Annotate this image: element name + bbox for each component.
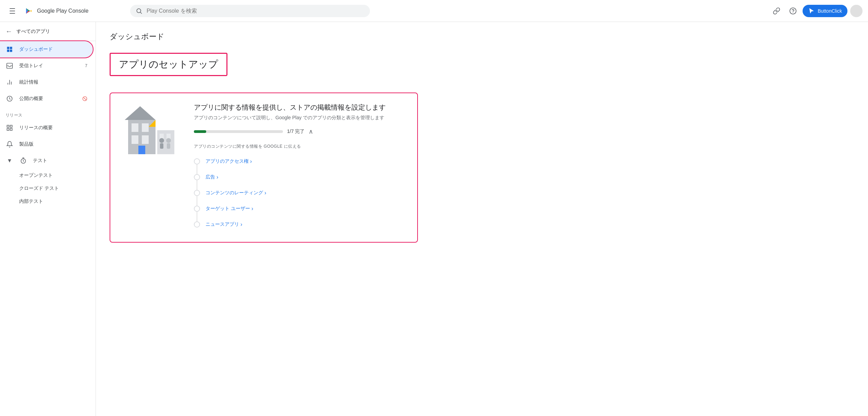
header: Google Play Console Butto — [0, 0, 868, 22]
checklist: アプリのアクセス権 › 広告 › — [194, 154, 406, 232]
search-bar — [130, 5, 370, 17]
target-link[interactable]: ターゲット ユーザー › — [206, 206, 253, 212]
release-overview-label: リリースの概要 — [19, 125, 53, 131]
cursor-icon — [808, 8, 815, 14]
checklist-item-rating: コンテンツのレーティング › — [194, 185, 406, 201]
sidebar-subitem-open-test[interactable]: オープンテスト — [0, 169, 96, 182]
svg-rect-26 — [160, 143, 163, 149]
logo-area: Google Play Console — [23, 5, 88, 16]
back-label: すべてのアプリ — [16, 28, 50, 35]
back-arrow-icon: ← — [5, 27, 12, 35]
section-label: アプリのコンテンツに関する情報を GOOGLE に伝える — [194, 144, 406, 149]
svg-rect-11 — [7, 129, 9, 131]
logo-icon — [23, 5, 34, 16]
checklist-item-target: ターゲット ユーザー › — [194, 201, 406, 217]
setup-main-title: アプリに関する情報を提供し、ストアの掲載情報を設定します — [194, 103, 406, 112]
sidebar-item-statistics[interactable]: 統計情報 — [0, 74, 93, 90]
svg-rect-18 — [142, 135, 149, 144]
link-icon — [773, 7, 780, 15]
statistics-label: 統計情報 — [19, 79, 38, 85]
ads-link[interactable]: 広告 › — [206, 174, 218, 180]
progress-bar-fill — [194, 130, 206, 133]
svg-marker-20 — [125, 106, 156, 120]
publish-overview-badge: 🚫 — [82, 96, 87, 101]
grid-icon — [5, 124, 14, 132]
dashboard-label: ダッシュボード — [19, 46, 53, 52]
checklist-item-access: アプリのアクセス権 › — [194, 154, 406, 169]
checklist-dot-target — [194, 206, 200, 212]
back-to-all-apps[interactable]: ← すべてのアプリ — [0, 22, 96, 41]
sidebar-item-dashboard[interactable]: ダッシュボード — [0, 41, 93, 58]
hamburger-icon — [8, 7, 16, 15]
checklist-item-news: ニュースアプリ › — [194, 217, 406, 232]
dashboard-icon — [5, 45, 14, 53]
svg-rect-24 — [166, 134, 171, 139]
sidebar-item-production[interactable]: 製品版 — [0, 136, 93, 152]
svg-rect-15 — [132, 123, 138, 132]
internal-test-label: 内部テスト — [19, 198, 43, 205]
news-link[interactable]: ニュースアプリ › — [206, 221, 242, 228]
progress-text: 1/7 完了 — [287, 129, 305, 135]
target-label: ターゲット ユーザー — [206, 206, 250, 212]
sidebar-item-test[interactable]: ▼ テスト — [0, 152, 93, 169]
setup-card: アプリに関する情報を提供し、ストアの掲載情報を設定します アプリのコンテンツにつ… — [110, 93, 418, 243]
page-title: ダッシュボード — [110, 32, 854, 42]
checklist-item-ads: 広告 › — [194, 169, 406, 185]
checklist-dot-access — [194, 158, 200, 164]
release-section-label: リリース — [0, 107, 96, 120]
link-button[interactable] — [770, 4, 783, 18]
access-label: アプリのアクセス権 — [206, 158, 249, 164]
avatar[interactable] — [850, 5, 863, 17]
clock-icon — [5, 95, 14, 103]
main-content: ダッシュボード アプリのセットアップ — [96, 22, 868, 416]
sidebar-subitem-closed-test[interactable]: クローズド テスト — [0, 182, 96, 195]
layout: ← すべてのアプリ ダッシュボード 受信トレイ 7 — [0, 22, 868, 416]
sidebar-subitem-internal-test[interactable]: 内部テスト — [0, 195, 96, 208]
news-chevron: › — [240, 221, 242, 228]
progress-bar-container: 1/7 完了 ∧ — [194, 128, 406, 135]
svg-point-25 — [159, 138, 164, 143]
bell-icon — [5, 140, 14, 148]
timer-icon — [19, 157, 27, 165]
svg-point-3 — [793, 12, 793, 13]
svg-rect-23 — [160, 134, 164, 139]
button-click-label: ButtonClick — [818, 8, 842, 14]
search-input[interactable] — [147, 8, 364, 14]
svg-rect-10 — [10, 125, 12, 127]
rating-link[interactable]: コンテンツのレーティング › — [206, 190, 266, 196]
ads-chevron: › — [216, 174, 218, 180]
sidebar-item-release-overview[interactable]: リリースの概要 — [0, 120, 93, 136]
setup-illustration — [121, 103, 183, 232]
progress-bar-track — [194, 130, 283, 133]
sidebar-item-publish-overview[interactable]: 公開の概要 🚫 — [0, 90, 93, 107]
menu-button[interactable] — [5, 4, 19, 18]
production-label: 製品版 — [19, 141, 34, 147]
access-link[interactable]: アプリのアクセス権 › — [206, 158, 252, 164]
progress-chevron[interactable]: ∧ — [309, 128, 313, 135]
svg-rect-16 — [142, 123, 149, 132]
sidebar-item-inbox[interactable]: 受信トレイ 7 — [0, 58, 93, 74]
header-right: ButtonClick — [770, 4, 863, 18]
logo-text: Google Play Console — [37, 8, 88, 14]
publish-overview-label: 公開の概要 — [19, 96, 43, 102]
setup-title-box: アプリのセットアップ — [110, 53, 854, 84]
open-test-label: オープンテスト — [19, 172, 53, 179]
rating-chevron: › — [264, 190, 266, 196]
ads-label: 広告 — [206, 174, 215, 180]
help-icon — [789, 7, 797, 15]
expand-arrow-icon: ▼ — [5, 157, 14, 165]
setup-card-title: アプリのセットアップ — [119, 59, 218, 70]
target-chevron: › — [251, 206, 253, 212]
svg-rect-12 — [10, 129, 12, 131]
inbox-icon — [5, 62, 14, 70]
checklist-dot-news — [194, 221, 200, 228]
svg-rect-9 — [7, 125, 9, 127]
header-left: Google Play Console — [5, 4, 122, 18]
help-button[interactable] — [786, 4, 800, 18]
search-icon — [136, 8, 142, 14]
bar-chart-icon — [5, 78, 14, 86]
button-click-button[interactable]: ButtonClick — [803, 5, 847, 17]
news-label: ニュースアプリ — [206, 221, 239, 228]
svg-rect-17 — [132, 135, 138, 144]
test-label: テスト — [33, 158, 47, 164]
